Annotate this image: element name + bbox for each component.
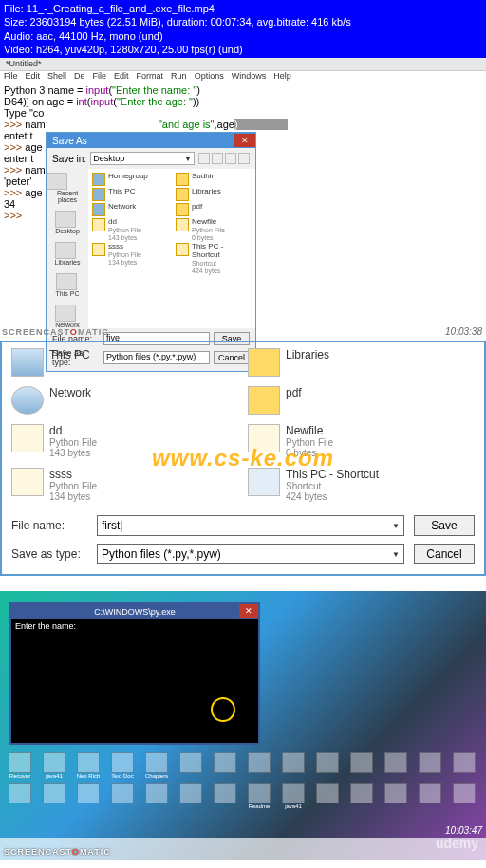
menu-edit[interactable]: Edit	[26, 71, 41, 83]
watermark: SCREENCASTOMATIC	[4, 578, 111, 587]
save-as-titlebar: Save As ✕	[47, 133, 255, 148]
udemy-logo: udemy	[436, 836, 478, 851]
file-item[interactable]: Sudhir	[176, 173, 252, 186]
folder-icon	[248, 348, 280, 377]
menu-file[interactable]: File	[4, 71, 18, 83]
desktop-icon[interactable]	[277, 752, 309, 779]
e-save-button[interactable]: Save	[414, 515, 475, 536]
sidebar-recent[interactable]: Recent places	[47, 173, 88, 203]
e-filetype-label: Save as type:	[11, 547, 87, 561]
folder-icon	[248, 386, 280, 415]
desktop-icon[interactable]: Chapters	[140, 752, 173, 779]
cmd-prompt-line: Enter the name:	[15, 621, 254, 631]
desktop-video-frame: SCREENCASTOMATIC C:\WINDOWS\py.exe ✕ Ent…	[0, 578, 486, 860]
views-icon[interactable]	[238, 153, 250, 164]
save-as-filelist[interactable]: Homegroup This PC Network ddPython File1…	[88, 169, 255, 328]
desktop-icon[interactable]	[414, 783, 446, 809]
menu-run[interactable]: Run	[171, 71, 187, 83]
idle-titlebar: *Untitled*	[0, 58, 486, 71]
newfolder-icon[interactable]	[225, 153, 236, 164]
desktop-icon[interactable]: java41	[38, 752, 70, 779]
idle-title: *Untitled*	[6, 59, 42, 68]
desktop-icon[interactable]	[380, 752, 412, 779]
menu-windows[interactable]: Windows	[232, 71, 267, 83]
desktop-icon[interactable]	[209, 752, 241, 779]
desktop-icon[interactable]	[72, 783, 104, 809]
idle-menubar: File Edit Shell De File Edit Format Run …	[0, 71, 486, 83]
cmd-body[interactable]: Enter the name:	[11, 619, 258, 743]
desktop-icon[interactable]	[209, 783, 241, 809]
watermark: SCREENCASTOMATIC	[2, 327, 109, 337]
sidebar-network[interactable]: Network	[55, 305, 80, 328]
file-item-ssss[interactable]: ssssPython File134 bytes	[11, 468, 238, 502]
desktop-icon[interactable]: Neo Rich	[72, 752, 104, 779]
e-cancel-button[interactable]: Cancel	[414, 544, 475, 564]
desktop-icon[interactable]: Readme	[243, 783, 275, 809]
cmd-window[interactable]: C:\WINDOWS\py.exe ✕ Enter the name:	[9, 602, 260, 745]
desktop-icon[interactable]	[448, 752, 480, 779]
sidebar-thispc[interactable]: This PC	[56, 273, 80, 297]
desktop-icon[interactable]	[175, 752, 207, 779]
file-item[interactable]: Homegroup	[92, 173, 168, 186]
timestamp: 10:03:38	[445, 326, 482, 337]
close-icon[interactable]: ✕	[234, 134, 255, 147]
enlarged-saveas: This PC Network ddPython File143 bytes s…	[0, 341, 486, 576]
file-item-thispc[interactable]: This PC	[11, 348, 238, 377]
desktop-icon[interactable]	[346, 752, 378, 779]
site-watermark: www.cs-ke.com	[152, 445, 334, 471]
file-item-network[interactable]: Network	[11, 386, 238, 415]
media-info-header: File: 11_-_Creating_a_file_and_.exe_file…	[0, 0, 486, 58]
desktop-icon[interactable]	[414, 752, 446, 779]
chevron-down-icon: ▼	[184, 155, 192, 163]
desktop-icon[interactable]	[380, 783, 412, 809]
savein-dropdown[interactable]: Desktop ▼	[90, 152, 195, 165]
file-item[interactable]: ddPython File143 bytes	[92, 218, 168, 241]
save-as-title-text: Save As	[52, 136, 87, 146]
menu-de[interactable]: De	[74, 71, 85, 83]
desktop-icon[interactable]	[175, 783, 207, 809]
highlighted-text: )	[234, 119, 288, 130]
menu-file2[interactable]: File	[93, 71, 107, 83]
file-item-shortcut[interactable]: This PC - ShortcutShortcut424 bytes	[248, 468, 475, 502]
sidebar-desktop[interactable]: Desktop	[55, 211, 80, 234]
back-icon[interactable]	[198, 153, 210, 164]
file-item-pdf[interactable]: pdf	[248, 386, 475, 415]
desktop-icon[interactable]: Recover	[4, 752, 36, 779]
e-filename-input[interactable]: first|▼	[97, 515, 404, 536]
save-as-sidebar: Recent places Desktop Libraries This PC …	[47, 169, 88, 328]
cursor-highlight-ring	[211, 697, 235, 722]
desktop-icon[interactable]	[311, 783, 344, 809]
file-item[interactable]: This PC - ShortcutShortcut424 bytes	[176, 243, 252, 274]
desktop-icon[interactable]	[346, 783, 378, 809]
desktop-icon[interactable]	[140, 783, 173, 809]
idle-code-area[interactable]: Python 3 name = input("Enter the name: "…	[0, 83, 486, 339]
up-icon[interactable]	[212, 153, 223, 164]
menu-help[interactable]: Help	[273, 71, 291, 83]
audio-line: Audio: aac, 44100 Hz, mono (und)	[4, 29, 482, 43]
e-filetype-dropdown[interactable]: Python files (*.py,*.pyw)▼	[97, 544, 404, 564]
file-item-libraries[interactable]: Libraries	[248, 348, 475, 377]
watermark: SCREENCASTOMATIC	[4, 847, 111, 857]
desktop-icon[interactable]	[448, 783, 480, 809]
desktop-icon[interactable]: Text Doc	[106, 752, 139, 779]
file-item[interactable]: This PC	[92, 188, 168, 201]
sidebar-libraries[interactable]: Libraries	[55, 242, 81, 266]
desktop-icon[interactable]	[38, 783, 70, 809]
desktop-icon[interactable]	[243, 752, 275, 779]
file-item[interactable]: NewfilePython File0 bytes	[176, 218, 252, 241]
desktop-icon[interactable]	[4, 783, 36, 809]
desktop-icon[interactable]: java41	[277, 783, 309, 809]
file-item[interactable]: ssssPython File134 bytes	[92, 243, 168, 266]
file-item[interactable]: Network	[92, 203, 168, 216]
close-icon[interactable]: ✕	[239, 604, 258, 618]
desktop-icon[interactable]	[106, 783, 139, 809]
menu-format[interactable]: Format	[137, 71, 164, 83]
menu-edit2[interactable]: Edit	[114, 71, 129, 83]
file-item[interactable]: Libraries	[176, 188, 252, 201]
file-item[interactable]: pdf	[176, 203, 252, 216]
size-line: Size: 23603194 bytes (22.51 MiB), durati…	[4, 15, 482, 28]
menu-options[interactable]: Options	[195, 71, 224, 83]
menu-shell[interactable]: Shell	[47, 71, 66, 83]
desktop-icon[interactable]	[311, 752, 344, 779]
network-icon	[11, 386, 44, 415]
